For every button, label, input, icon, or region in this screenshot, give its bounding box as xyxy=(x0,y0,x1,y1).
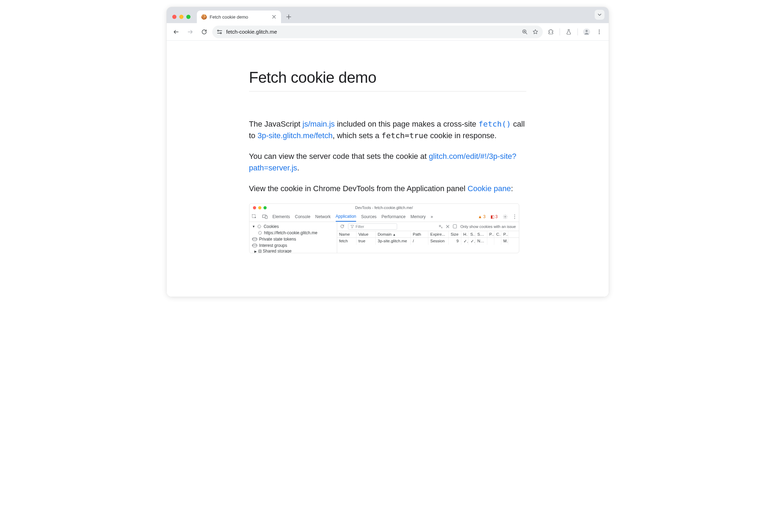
tab-sources[interactable]: Sources xyxy=(361,214,376,219)
text: You can view the server code that sets t… xyxy=(249,152,429,161)
svg-point-17 xyxy=(260,227,260,227)
sidebar-interest-groups[interactable]: Interest groups xyxy=(252,242,335,249)
col-secure[interactable]: S. xyxy=(468,231,475,237)
col-crosssite[interactable]: C. xyxy=(494,231,501,237)
sidebar-pst[interactable]: Private state tokens xyxy=(252,236,335,242)
label: Private state tokens xyxy=(259,237,296,242)
inspect-icon[interactable] xyxy=(252,214,257,219)
database-icon xyxy=(252,237,257,241)
address-bar[interactable] xyxy=(212,26,543,38)
maximize-window-button[interactable] xyxy=(186,15,191,19)
new-tab-button[interactable] xyxy=(284,12,294,22)
tab-network[interactable]: Network xyxy=(315,214,331,219)
clear-filter-icon[interactable]: ≡x xyxy=(439,224,442,229)
link-cookie-pane[interactable]: Cookie pane xyxy=(468,184,511,193)
col-httponly[interactable]: H. xyxy=(461,231,468,237)
browser-window: 🍪 Fetch cookie demo xyxy=(167,7,609,297)
link-3p-site[interactable]: 3p-site.glitch.me/fetch xyxy=(258,131,333,140)
col-priority[interactable]: P. xyxy=(501,231,508,237)
svg-point-11 xyxy=(505,216,506,217)
tab-search-button[interactable] xyxy=(595,10,604,20)
text: cookie in response. xyxy=(428,131,497,140)
tab-title: Fetch cookie demo xyxy=(210,14,248,20)
svg-point-19 xyxy=(258,231,261,235)
back-button[interactable] xyxy=(170,26,182,38)
tab-application[interactable]: Application xyxy=(336,214,356,222)
col-samesite[interactable]: Sa... xyxy=(475,231,487,237)
svg-point-20 xyxy=(259,233,260,233)
cookie-icon xyxy=(258,231,262,235)
labs-button[interactable] xyxy=(563,26,575,38)
bookmark-star-icon[interactable] xyxy=(532,29,539,35)
clear-all-icon[interactable] xyxy=(446,225,449,228)
placeholder: Filter xyxy=(356,224,364,229)
err-count: 3 xyxy=(495,214,498,219)
cell-value: true xyxy=(356,238,376,245)
close-tab-button[interactable] xyxy=(271,14,277,20)
sidebar-cookie-origin[interactable]: https://fetch-cookie.glitch.me xyxy=(252,230,335,236)
label: https://fetch-cookie.glitch.me xyxy=(264,230,318,235)
table-row[interactable]: fetch true 3p-site.glitch.me / Session 9… xyxy=(337,238,519,245)
col-expires[interactable]: Expire... xyxy=(428,231,449,237)
filter-input[interactable]: Filter xyxy=(348,223,397,230)
extensions-button[interactable] xyxy=(545,26,557,38)
window-controls xyxy=(172,15,191,19)
filter-icon xyxy=(350,225,354,228)
col-value[interactable]: Value xyxy=(356,231,376,237)
col-domain[interactable]: Domain▲ xyxy=(376,231,411,237)
cell-cross xyxy=(494,238,501,245)
devtools-titlebar: DevTools - fetch-cookie.glitch.me/ xyxy=(249,204,519,211)
forward-button[interactable] xyxy=(184,26,196,38)
site-settings-icon[interactable] xyxy=(216,29,223,35)
sidebar-cookies[interactable]: ▼ Cookies xyxy=(252,223,335,230)
devtools-sidebar: ▼ Cookies https://fetch-cookie.glitch.me… xyxy=(249,222,337,253)
sidebar-shared-storage[interactable]: ▶⊟ Shared storage xyxy=(252,249,335,253)
svg-rect-8 xyxy=(252,214,255,217)
device-icon[interactable] xyxy=(262,215,268,219)
col-size[interactable]: Size xyxy=(449,231,461,237)
svg-point-12 xyxy=(514,214,515,215)
svg-point-5 xyxy=(599,29,600,31)
tab-memory[interactable]: Memory xyxy=(410,214,426,219)
devtools-tabbar: Elements Console Network Application Sou… xyxy=(249,211,519,222)
refresh-icon[interactable] xyxy=(340,224,345,229)
chrome-menu-button[interactable] xyxy=(593,26,605,38)
link-fetch-code[interactable]: fetch() xyxy=(479,120,511,128)
browser-toolbar xyxy=(167,23,609,41)
svg-point-16 xyxy=(259,226,259,226)
svg-point-6 xyxy=(599,31,600,32)
only-issue-checkbox[interactable] xyxy=(453,224,457,228)
label: Interest groups xyxy=(259,243,287,248)
tab-console[interactable]: Console xyxy=(295,214,310,219)
text: , which sets a xyxy=(333,131,381,140)
minimize-window-button[interactable] xyxy=(179,15,183,19)
gear-icon[interactable] xyxy=(503,214,508,219)
cell-name: fetch xyxy=(337,238,356,245)
page-viewport: Fetch cookie demo The JavaScript js/main… xyxy=(167,41,609,297)
col-partitionkey[interactable]: P.. xyxy=(487,231,494,237)
profile-button[interactable] xyxy=(581,26,593,38)
warn-count: 3 xyxy=(483,214,486,219)
more-tabs-icon[interactable]: » xyxy=(430,214,433,219)
link-js-main[interactable]: js/main.js xyxy=(302,120,335,128)
close-window-button[interactable] xyxy=(172,15,176,19)
url-input[interactable] xyxy=(226,29,518,35)
cell-priority: M.. xyxy=(501,238,508,245)
kebab-menu-icon[interactable] xyxy=(513,214,517,219)
cookie-icon xyxy=(257,224,261,229)
tab-elements[interactable]: Elements xyxy=(273,214,290,219)
tab-performance[interactable]: Performance xyxy=(381,214,406,219)
reload-button[interactable] xyxy=(198,26,210,38)
heading-divider xyxy=(249,91,526,92)
browser-tab[interactable]: 🍪 Fetch cookie demo xyxy=(197,11,281,23)
errors-badge[interactable]: ◧3 xyxy=(490,214,498,219)
zoom-icon[interactable] xyxy=(522,29,528,35)
warnings-badge[interactable]: ▲3 xyxy=(478,214,486,219)
col-path[interactable]: Path xyxy=(411,231,428,237)
only-issue-label: Only show cookies with an issue xyxy=(460,224,516,229)
cell-samesite: No... xyxy=(475,238,487,245)
devtools-window: DevTools - fetch-cookie.glitch.me/ Eleme… xyxy=(249,203,519,253)
tab-strip: 🍪 Fetch cookie demo xyxy=(167,7,609,23)
col-name[interactable]: Name xyxy=(337,231,356,237)
svg-point-21 xyxy=(260,233,260,234)
